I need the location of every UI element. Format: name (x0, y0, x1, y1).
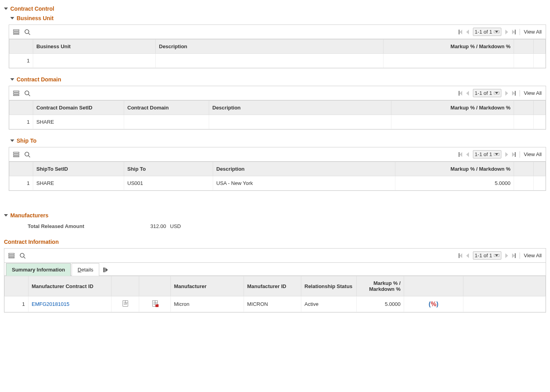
tab-label-rest: etails (81, 267, 93, 273)
section-header-contract-control[interactable]: Contract Control (4, 4, 546, 13)
col-contract-id[interactable]: Manufacturer Contract ID (28, 276, 112, 296)
svg-line-14 (28, 156, 30, 157)
cell-document-alert-icon[interactable] (139, 296, 171, 312)
pager-range: 1-1 of 1 (475, 151, 492, 157)
svg-line-19 (24, 257, 25, 258)
cell-markup[interactable] (391, 115, 514, 129)
first-page-icon[interactable] (459, 30, 462, 34)
col-description[interactable]: Description (213, 162, 395, 176)
col-action2 (534, 101, 546, 115)
cell-markup[interactable] (384, 54, 514, 68)
col-markup[interactable]: Markup % / Markdown % (357, 276, 404, 296)
col-business-unit[interactable]: Business Unit (33, 40, 156, 54)
first-page-icon[interactable] (459, 152, 462, 157)
col-action1 (514, 162, 534, 176)
pager-select[interactable]: 1-1 of 1 (473, 89, 501, 97)
cell-action1[interactable] (514, 54, 534, 68)
view-all-link[interactable]: View All (524, 90, 542, 96)
cell-spacer (463, 296, 546, 312)
view-all-link[interactable]: View All (524, 29, 542, 35)
svg-line-9 (28, 94, 30, 96)
pager-select[interactable]: 1-1 of 1 (473, 251, 501, 260)
cell-markup[interactable]: 5.0000 (357, 296, 404, 312)
pager-range: 1-1 of 1 (475, 253, 492, 258)
prev-page-icon[interactable] (466, 91, 469, 96)
cell-markup[interactable]: 5.0000 (395, 176, 514, 190)
collapse-icon (10, 78, 14, 81)
table-row: 1 EMFG20181015 Micron MICRON Active 5.00… (5, 296, 546, 312)
collapse-icon (10, 139, 14, 142)
contract-information-grid: 1-1 of 1 View All Summary Information De… (4, 248, 546, 313)
grid-tabs: Summary Information Details (4, 263, 546, 276)
last-page-icon[interactable] (512, 91, 516, 96)
cell-document-icon[interactable] (112, 296, 139, 312)
section-header-manufacturers[interactable]: Manufacturers (4, 211, 546, 220)
svg-rect-6 (13, 93, 19, 94)
col-markup[interactable]: Markup % / Markdown % (384, 40, 514, 54)
cell-contract-id[interactable]: EMFG20181015 (28, 296, 112, 312)
section-header-business-unit[interactable]: Business Unit (10, 13, 546, 23)
row-number: 1 (9, 176, 33, 190)
prev-page-icon[interactable] (466, 152, 469, 157)
section-header-ship-to[interactable]: Ship To (10, 136, 546, 145)
contract-id-link[interactable]: EMFG20181015 (32, 301, 69, 307)
table-row: 1 (9, 54, 546, 68)
search-icon[interactable] (24, 90, 30, 96)
col-domain[interactable]: Contract Domain (124, 101, 209, 115)
last-page-icon[interactable] (512, 152, 516, 157)
personalize-icon[interactable] (13, 29, 19, 35)
first-page-icon[interactable] (459, 253, 462, 258)
view-all-link[interactable]: View All (524, 253, 542, 258)
section-header-contract-domain[interactable]: Contract Domain (10, 75, 546, 84)
document-alert-icon (152, 300, 158, 307)
svg-rect-15 (9, 253, 14, 254)
cell-status: Active (301, 296, 357, 312)
search-icon[interactable] (24, 151, 30, 158)
grid-toolbar: 1-1 of 1 View All (4, 249, 546, 263)
first-page-icon[interactable] (459, 91, 462, 96)
view-all-link[interactable]: View All (524, 151, 542, 157)
personalize-icon[interactable] (13, 151, 19, 158)
col-setid[interactable]: ShipTo SetID (33, 162, 124, 176)
col-manufacturer-id[interactable]: Manufacturer ID (244, 276, 301, 296)
cell-percent-icon[interactable]: (%) (404, 296, 463, 312)
next-page-icon[interactable] (505, 91, 508, 96)
business-unit-grid: 1-1 of 1 View All Business Unit Descript… (9, 24, 546, 68)
divider (520, 253, 520, 259)
col-setid[interactable]: Contract Domain SetID (33, 101, 124, 115)
next-page-icon[interactable] (505, 30, 508, 34)
next-page-icon[interactable] (505, 152, 508, 157)
svg-rect-5 (13, 91, 19, 92)
personalize-icon[interactable] (13, 90, 19, 96)
pager-select[interactable]: 1-1 of 1 (473, 28, 501, 36)
col-markup[interactable]: Markup % / Markdown % (391, 101, 514, 115)
cell-action2[interactable] (534, 115, 546, 129)
col-markup[interactable]: Markup % / Markdown % (395, 162, 514, 176)
search-icon[interactable] (24, 29, 30, 35)
pager-select[interactable]: 1-1 of 1 (473, 150, 501, 158)
col-rownum (5, 276, 28, 296)
col-shipto[interactable]: Ship To (124, 162, 213, 176)
cell-domain[interactable] (124, 115, 209, 129)
personalize-icon[interactable] (8, 253, 15, 259)
col-relationship-status[interactable]: Relationship Status (301, 276, 357, 296)
last-page-icon[interactable] (512, 30, 516, 34)
cell-action1[interactable] (514, 115, 534, 129)
col-description[interactable]: Description (209, 101, 391, 115)
cell-action2[interactable] (534, 176, 546, 190)
cell-business-unit[interactable] (33, 54, 156, 68)
col-description[interactable]: Description (156, 40, 384, 54)
tab-summary-information[interactable]: Summary Information (6, 263, 71, 276)
svg-rect-10 (13, 152, 19, 153)
cell-action2[interactable] (534, 54, 546, 68)
show-all-columns-icon[interactable] (100, 264, 111, 275)
prev-page-icon[interactable] (466, 253, 469, 258)
last-page-icon[interactable] (512, 253, 516, 258)
col-manufacturer[interactable]: Manufacturer (171, 276, 244, 296)
search-icon[interactable] (19, 253, 26, 259)
cell-action1[interactable] (514, 176, 534, 190)
prev-page-icon[interactable] (466, 30, 469, 34)
tab-details[interactable]: Details (72, 263, 99, 276)
svg-point-13 (25, 152, 29, 156)
next-page-icon[interactable] (505, 253, 508, 258)
